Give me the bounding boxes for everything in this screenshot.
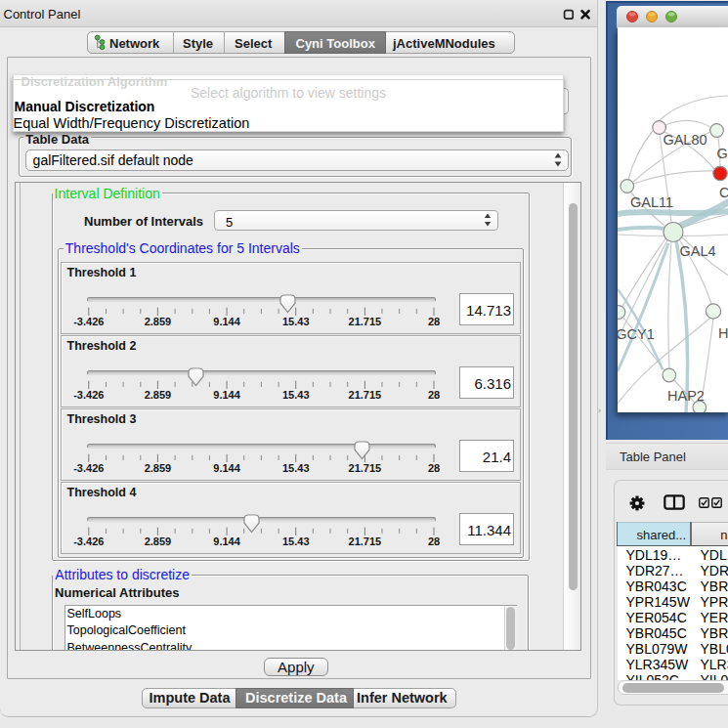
- svg-text:H: H: [718, 325, 728, 341]
- svg-text:GAL4: GAL4: [679, 242, 715, 258]
- svg-text:GAL11: GAL11: [630, 193, 673, 209]
- svg-text:HAP2: HAP2: [667, 387, 705, 403]
- svg-text:C: C: [719, 185, 728, 200]
- svg-text:GCY1: GCY1: [618, 325, 655, 341]
- svg-text:GAL80: GAL80: [663, 131, 707, 147]
- svg-text:GA: GA: [717, 145, 728, 160]
